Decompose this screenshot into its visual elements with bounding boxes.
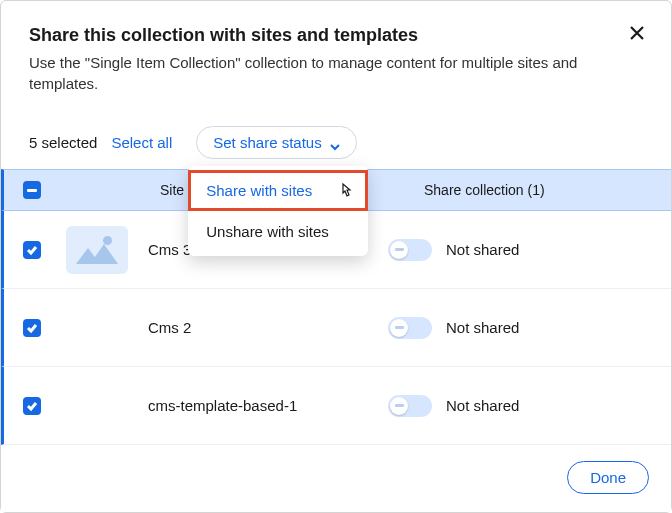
table-row: cms-template-based-1 Not shared (1, 367, 671, 445)
modal-header: Share this collection with sites and tem… (1, 1, 671, 106)
header-checkbox-cell (4, 181, 60, 199)
modal-title: Share this collection with sites and tem… (29, 25, 643, 46)
set-share-status-button[interactable]: Set share status (196, 126, 356, 159)
menu-item-share-with-sites[interactable]: Share with sites (188, 170, 368, 211)
site-thumbnail (66, 382, 128, 430)
menu-item-share-label: Share with sites (206, 182, 312, 199)
share-status-label: Not shared (446, 241, 519, 258)
close-button[interactable] (627, 23, 647, 43)
table-row: Cms 2 Not shared (1, 289, 671, 367)
column-header-share: Share collection (1) (320, 182, 671, 198)
share-toggle[interactable] (388, 395, 432, 417)
done-button[interactable]: Done (567, 461, 649, 494)
row-checkbox[interactable] (23, 241, 41, 259)
select-all-link[interactable]: Select all (111, 134, 172, 151)
selected-count: 5 selected (29, 134, 97, 151)
share-collection-modal: Share this collection with sites and tem… (0, 0, 672, 513)
modal-subtitle: Use the "Single Item Collection" collect… (29, 52, 643, 94)
site-thumbnail (66, 304, 128, 352)
site-thumbnail (66, 226, 128, 274)
share-toggle[interactable] (388, 317, 432, 339)
share-status-label: Not shared (446, 397, 519, 414)
row-checkbox[interactable] (23, 319, 41, 337)
modal-footer: Done (1, 447, 671, 512)
share-status-menu: Share with sites Unshare with sites (188, 166, 368, 256)
controls-bar: 5 selected Select all Set share status S… (1, 106, 671, 169)
site-name: cms-template-based-1 (148, 397, 348, 414)
share-status-dropdown: Set share status Share with sites Unshar… (196, 126, 356, 159)
share-status-label: Not shared (446, 319, 519, 336)
select-all-checkbox[interactable] (23, 181, 41, 199)
row-checkbox[interactable] (23, 397, 41, 415)
set-share-status-label: Set share status (213, 134, 321, 151)
chevron-down-icon (330, 138, 340, 148)
site-name: Cms 2 (148, 319, 348, 336)
close-icon (630, 26, 644, 40)
pointer-cursor-icon (338, 182, 354, 200)
menu-item-unshare-with-sites[interactable]: Unshare with sites (188, 211, 368, 252)
share-toggle[interactable] (388, 239, 432, 261)
